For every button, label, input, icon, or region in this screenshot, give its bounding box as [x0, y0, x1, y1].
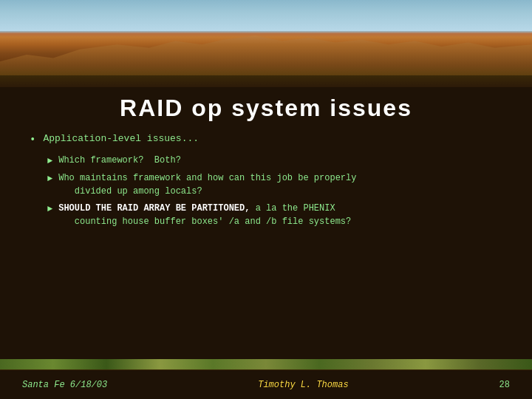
header-photo — [0, 0, 532, 89]
arrow-icon-2: ► — [47, 172, 52, 185]
bottom-vegetation-strip — [0, 359, 532, 369]
footer: Santa Fe 6/18/03 Timothy L. Thomas 28 — [0, 369, 532, 399]
footer-author: Timothy L. Thomas — [107, 380, 499, 390]
bullet-dot: • — [30, 132, 35, 148]
sub-bullets-list: ► Which framework? Both? ► Who maintains… — [47, 154, 502, 228]
content-area: • Application-level issues... ► Which fr… — [30, 132, 502, 369]
main-bullet-text: Application-level issues... — [43, 132, 199, 146]
sub-bullet-2: ► Who maintains framework and how can th… — [47, 171, 502, 198]
sub-bullet-1: ► Which framework? Both? — [47, 154, 502, 168]
sub-bullet-3: ► SHOULD THE RAID ARRAY BE PARTITONED, a… — [47, 202, 502, 228]
footer-page-number: 28 — [499, 380, 510, 390]
footer-date: Santa Fe 6/18/03 — [22, 380, 107, 390]
sub-text-2: Who maintains framework and how can this… — [58, 171, 356, 198]
arrow-icon-3: ► — [47, 202, 52, 216]
sky — [0, 0, 532, 31]
slide-title: RAID op system issues — [120, 95, 412, 121]
highlighted-text: SHOULD THE RAID ARRAY BE PARTITONED, — [58, 203, 250, 214]
title-area: RAID op system issues — [0, 87, 532, 128]
sub-text-3: SHOULD THE RAID ARRAY BE PARTITONED, a l… — [58, 202, 351, 228]
sub-text-1: Which framework? Both? — [58, 154, 181, 167]
arrow-icon-1: ► — [47, 154, 52, 168]
main-bullet: • Application-level issues... — [30, 132, 502, 148]
slide: RAID op system issues • Application-leve… — [0, 0, 532, 399]
